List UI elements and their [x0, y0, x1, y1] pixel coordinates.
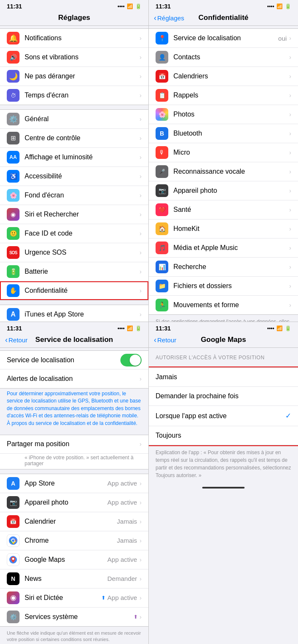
app-store-item[interactable]: A App Store App active › — [0, 474, 148, 493]
settings-item-appareil-photo[interactable]: 📷 Appareil photo › — [149, 181, 298, 200]
option-demander-label: Demander la prochaine fois — [156, 392, 291, 400]
share-position-item[interactable]: Partager ma position › — [0, 435, 148, 454]
settings-item-sante[interactable]: ❤️ Santé › — [149, 200, 298, 219]
calendrier-item[interactable]: 📅 Calendrier Jamais › — [0, 512, 148, 531]
settings-item-general[interactable]: ⚙️ Général › — [0, 110, 148, 129]
settings-item-confidentialite[interactable]: ✋ Confidentialité › — [0, 281, 148, 300]
confidentialite-scroll[interactable]: 📍 Service de localisation oui › 👤 Contac… — [149, 26, 298, 322]
temps-ecran-label: Temps d'écran — [25, 92, 139, 99]
settings-item-siri[interactable]: ◉ Siri et Rechercher › — [0, 205, 148, 224]
service-loc-toggle[interactable] — [120, 354, 142, 366]
loc-info-link[interactable]: À propos du service de localisation et d… — [7, 420, 137, 426]
siri-icon: ◉ — [7, 208, 19, 221]
chevron-siri-dictee: › — [139, 594, 142, 601]
google-maps-scroll[interactable]: AUTORISER L'ACCÈS À VOTRE POSITION Jamai… — [149, 348, 298, 644]
settings-item-fichiers[interactable]: 📁 Fichiers et dossiers › — [149, 277, 298, 296]
chevron-fond-ecran: › — [139, 192, 142, 199]
chrome-item[interactable]: Chrome Jamais › — [0, 531, 148, 550]
chevron-reconnvocale: › — [289, 168, 291, 175]
services-systeme-item[interactable]: ⚙️ Services système ⬆ › — [0, 608, 148, 626]
centre-controle-label: Centre de contrôle — [25, 134, 139, 142]
location-access-header: AUTORISER L'ACCÈS À VOTRE POSITION — [149, 348, 298, 363]
chevron-notifications: › — [139, 35, 142, 42]
mouvements-icon: 🏃 — [156, 299, 168, 311]
chrome-value: Jamais — [117, 537, 137, 544]
settings-item-ne-pas-deranger[interactable]: 🌙 Ne pas déranger › — [0, 67, 148, 86]
option-jamais-label: Jamais — [156, 373, 291, 381]
chevron-affichage: › — [139, 154, 142, 161]
svg-point-5 — [12, 558, 14, 560]
settings-item-calendriers[interactable]: 📅 Calendriers › — [149, 67, 298, 86]
chevron-rappels: › — [289, 92, 291, 99]
time-bl: 11:31 — [7, 325, 22, 332]
option-app-active[interactable]: Lorsque l'app est active ✓ — [149, 406, 298, 426]
settings-item-urgence[interactable]: SOS Urgence SOS › — [0, 243, 148, 262]
chevron-services-systeme: › — [139, 613, 142, 620]
option-jamais[interactable]: Jamais — [149, 368, 298, 387]
signal-icon-br: •••• — [267, 325, 274, 331]
chevron-temps-ecran: › — [139, 92, 142, 99]
settings-item-batterie[interactable]: 🔋 Batterie › — [0, 262, 148, 281]
siri-dictee-item[interactable]: ◉ Siri et Dictée ⬆ App active › — [0, 588, 148, 608]
settings-item-micro[interactable]: 🎙 Micro › — [149, 143, 298, 162]
sante-label: Santé — [173, 206, 289, 214]
settings-item-centre-controle[interactable]: ⊞ Centre de contrôle › — [0, 129, 148, 148]
chevron-recherche: › — [289, 264, 291, 270]
google-maps-item[interactable]: Google Maps App active › — [0, 550, 148, 569]
option-toujours-label: Toujours — [156, 432, 291, 439]
service-loc-toggle-item[interactable]: Service de localisation — [0, 351, 148, 369]
homekit-label: HomeKit — [173, 225, 289, 233]
settings-item-notifications[interactable]: 🔔 Notifications › — [0, 29, 148, 48]
service-loc-scroll[interactable]: Service de localisation Alertes de local… — [0, 348, 148, 644]
settings-item-contacts-priv[interactable]: 👤 Contacts › — [149, 48, 298, 67]
services-systeme-label: Services système — [25, 613, 134, 621]
nav-back-service-loc[interactable]: ‹ Retour — [5, 336, 28, 344]
settings-item-faceid[interactable]: 🙂 Face ID et code › — [0, 224, 148, 243]
chevron-appareil-photo: › — [289, 187, 291, 194]
calendrier-icon: 📅 — [7, 515, 19, 528]
settings-item-service-loc[interactable]: 📍 Service de localisation oui › — [149, 29, 298, 48]
chevron-service-loc: › — [289, 35, 291, 42]
settings-item-homekit[interactable]: 🏠 HomeKit › — [149, 219, 298, 239]
option-demander[interactable]: Demander la prochaine fois — [149, 387, 298, 406]
nav-back-google-maps[interactable]: ‹ Retour — [154, 336, 176, 344]
news-item[interactable]: N News Demander › — [0, 569, 148, 588]
service-loc-value: oui — [278, 35, 287, 42]
settings-item-itunes[interactable]: A iTunes et App Store › — [0, 305, 148, 322]
panel-google-maps: 11:31 •••• 📶 🔋 ‹ Retour Google Maps AUTO… — [149, 322, 298, 644]
settings-item-photos-priv[interactable]: 🌸 Photos › — [149, 105, 298, 124]
appareil-photo-item[interactable]: 📷 Appareil photo App active › — [0, 493, 148, 512]
faceid-icon: 🙂 — [7, 227, 19, 240]
ne-pas-deranger-label: Ne pas déranger — [25, 72, 139, 80]
time-tl: 11:31 — [7, 3, 22, 10]
status-bar-tl: 11:31 •••• 📶 🔋 — [0, 0, 148, 12]
nav-back-confidentialite[interactable]: ‹ Réglages — [154, 14, 184, 22]
signal-icon-tr: •••• — [267, 3, 274, 9]
settings-item-rappels[interactable]: 📋 Rappels › — [149, 86, 298, 105]
chevron-confidentialite: › — [139, 287, 142, 294]
general-label: Général — [25, 115, 139, 123]
settings-item-accessibilite[interactable]: ♿ Accessibilité › — [0, 167, 148, 186]
mouvements-label: Mouvements et forme — [173, 301, 289, 309]
settings-item-bluetooth-priv[interactable]: B Bluetooth › — [149, 124, 298, 143]
loc-info-text: Pour déterminer approximativement votre … — [0, 389, 148, 430]
chevron-sons: › — [139, 54, 142, 61]
settings-item-temps-ecran[interactable]: ⏱ Temps d'écran › — [0, 86, 148, 105]
itunes-icon: A — [7, 308, 19, 321]
settings-item-reconnvocale[interactable]: 🎤 Reconnaissance vocale › — [149, 162, 298, 181]
settings-item-mouvements[interactable]: 🏃 Mouvements et forme › — [149, 296, 298, 314]
app-store-icon: A — [7, 477, 19, 490]
settings-item-recherche[interactable]: 📊 Recherche › — [149, 258, 298, 277]
chevron-accessibilite: › — [139, 173, 142, 180]
settings-item-fond-ecran[interactable]: 🌸 Fond d'écran › — [0, 186, 148, 205]
chevron-homekit: › — [289, 225, 291, 232]
settings-item-affichage[interactable]: AA Affichage et luminosité › — [0, 148, 148, 167]
option-toujours[interactable]: Toujours — [149, 426, 298, 445]
batterie-label: Batterie — [25, 268, 139, 275]
reglages-scroll[interactable]: 🔔 Notifications › 🔊 Sons et vibrations ›… — [0, 26, 148, 322]
alertes-loc-item[interactable]: Alertes de localisation › — [0, 369, 148, 388]
settings-item-sons[interactable]: 🔊 Sons et vibrations › — [0, 48, 148, 67]
settings-item-media-music[interactable]: 🎵 Média et Apple Music › — [149, 239, 298, 258]
ne-pas-deranger-icon: 🌙 — [7, 70, 19, 83]
reconnvocale-icon: 🎤 — [156, 165, 168, 178]
